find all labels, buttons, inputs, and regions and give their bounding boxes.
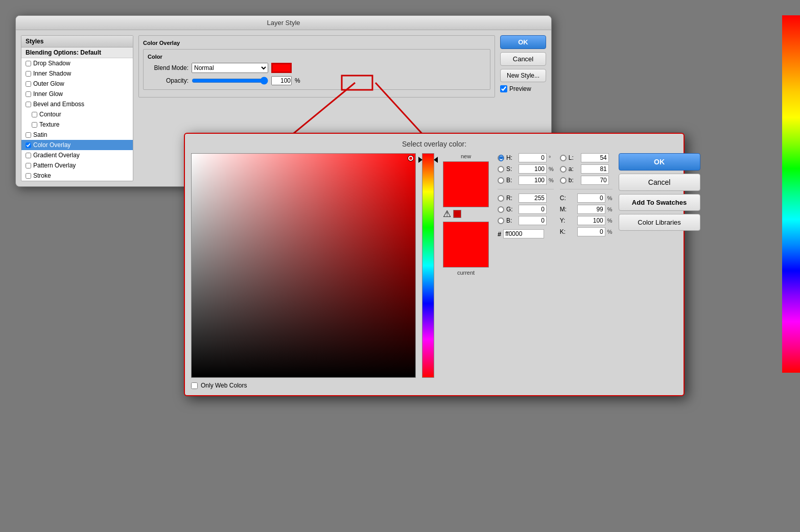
blending-options-item[interactable]: Blending Options: Default xyxy=(21,47,133,58)
new-color-swatch[interactable] xyxy=(443,161,489,207)
cp-buttons: OK Cancel Add To Swatches Color Librarie… xyxy=(619,153,700,231)
color-overlay-item[interactable]: Color Overlay xyxy=(21,140,133,150)
g-radio[interactable] xyxy=(498,206,504,213)
color-overlay-title: Color Overlay xyxy=(143,40,490,46)
b2-radio[interactable] xyxy=(498,217,504,224)
l-field-row: L: xyxy=(560,153,613,162)
stroke-checkbox[interactable] xyxy=(26,173,31,179)
stroke-item[interactable]: Stroke xyxy=(21,171,133,181)
cp-title: Select overlay color: xyxy=(191,140,677,148)
cp-libraries-button[interactable]: Color Libraries xyxy=(619,214,700,231)
s-radio[interactable] xyxy=(498,166,504,173)
b2-input[interactable] xyxy=(519,216,547,225)
b-radio[interactable] xyxy=(498,177,504,184)
gradient-overlay-item[interactable]: Gradient Overlay xyxy=(21,150,133,160)
contour-item[interactable]: Contour xyxy=(21,109,133,119)
texture-item[interactable]: Texture xyxy=(21,119,133,130)
h-label: H: xyxy=(506,154,516,161)
outer-glow-checkbox[interactable] xyxy=(26,81,31,87)
g-label: G: xyxy=(506,206,516,213)
gradient-overlay-checkbox[interactable] xyxy=(26,153,31,158)
only-web-row: Only Web Colors xyxy=(191,382,677,389)
color-subtitle: Color xyxy=(148,54,486,60)
b3-label: b: xyxy=(569,177,579,184)
satin-item[interactable]: Satin xyxy=(21,130,133,140)
gradient-picker[interactable] xyxy=(191,153,416,378)
r-radio[interactable] xyxy=(498,195,504,202)
color-picker-dialog: Select overlay color: new ⚠ cu xyxy=(184,133,685,396)
styles-panel-header: Styles xyxy=(21,36,133,47)
cp-cancel-button[interactable]: Cancel xyxy=(619,174,700,191)
opacity-input[interactable] xyxy=(271,76,292,85)
y-input[interactable] xyxy=(577,216,605,225)
pattern-overlay-checkbox[interactable] xyxy=(26,163,31,168)
b3-radio[interactable] xyxy=(560,177,567,184)
hex-row: # xyxy=(498,229,554,238)
cp-add-swatches-button[interactable]: Add To Swatches xyxy=(619,194,700,211)
c-field-row: C: % xyxy=(560,194,613,203)
a-radio[interactable] xyxy=(560,166,567,173)
bevel-emboss-checkbox[interactable] xyxy=(26,102,31,107)
s-label: S: xyxy=(506,165,516,173)
color-overlay-checkbox[interactable] xyxy=(26,142,31,148)
new-style-button[interactable]: New Style... xyxy=(500,69,546,82)
bevel-emboss-item[interactable]: Bevel and Emboss xyxy=(21,99,133,109)
hue-arrow-left xyxy=(418,157,422,163)
s-field-row: S: % xyxy=(498,164,554,174)
texture-checkbox[interactable] xyxy=(32,122,37,128)
inner-glow-item[interactable]: Inner Glow xyxy=(21,89,133,99)
pattern-overlay-item[interactable]: Pattern Overlay xyxy=(21,160,133,171)
inner-glow-checkbox[interactable] xyxy=(26,91,31,97)
b2-field-row: B: xyxy=(498,216,554,225)
h-input[interactable] xyxy=(519,153,547,162)
l-input[interactable] xyxy=(581,153,609,162)
ok-button[interactable]: OK xyxy=(500,35,546,49)
cp-ok-button[interactable]: OK xyxy=(619,153,700,171)
contour-checkbox[interactable] xyxy=(32,112,37,117)
s-input[interactable] xyxy=(519,164,547,174)
cancel-button[interactable]: Cancel xyxy=(500,52,546,66)
r-field-row: R: xyxy=(498,194,554,203)
hue-slider[interactable] xyxy=(422,153,434,378)
b3-input[interactable] xyxy=(581,176,609,185)
preview-checkbox[interactable] xyxy=(500,85,507,92)
l-label: L: xyxy=(569,154,579,161)
current-color-swatch[interactable] xyxy=(443,222,489,268)
y-label: Y: xyxy=(560,217,575,224)
m-input[interactable] xyxy=(577,205,605,214)
b-input[interactable] xyxy=(519,176,547,185)
b2-label: B: xyxy=(506,217,516,224)
blend-mode-label: Blend Mode: xyxy=(148,64,189,71)
satin-checkbox[interactable] xyxy=(26,132,31,138)
opacity-unit: % xyxy=(295,77,300,84)
opacity-slider[interactable] xyxy=(192,77,268,85)
outer-glow-item[interactable]: Outer Glow xyxy=(21,79,133,89)
b-label: B: xyxy=(506,177,516,184)
r-label: R: xyxy=(506,195,516,202)
color-swatch[interactable] xyxy=(271,63,292,73)
only-web-checkbox[interactable] xyxy=(191,382,198,389)
a-field-row: a: xyxy=(560,164,613,174)
h-field-row: H: ° xyxy=(498,153,554,162)
color-overlay-section: Color Overlay Color Blend Mode: Normal M… xyxy=(138,35,495,98)
gamut-color-swatch[interactable] xyxy=(453,210,461,218)
b3-field-row: b: xyxy=(560,176,613,185)
hex-input[interactable] xyxy=(503,229,544,238)
h-radio[interactable] xyxy=(498,155,504,161)
k-input[interactable] xyxy=(577,227,605,236)
g-input[interactable] xyxy=(519,205,547,214)
inner-shadow-checkbox[interactable] xyxy=(26,71,31,77)
buttons-col: OK Cancel New Style... Preview xyxy=(500,35,546,98)
drop-shadow-checkbox[interactable] xyxy=(26,61,31,66)
right-swatches-panel xyxy=(782,15,800,373)
c-input[interactable] xyxy=(577,194,605,203)
l-radio[interactable] xyxy=(560,155,567,161)
drop-shadow-item[interactable]: Drop Shadow xyxy=(21,58,133,68)
r-input[interactable] xyxy=(519,194,547,203)
m-label: M: xyxy=(560,206,575,213)
blend-mode-select[interactable]: Normal Multiply Screen xyxy=(192,63,268,73)
gradient-picker-inner xyxy=(192,154,415,377)
inner-shadow-item[interactable]: Inner Shadow xyxy=(21,68,133,79)
a-label: a: xyxy=(569,165,579,173)
a-input[interactable] xyxy=(581,164,609,174)
